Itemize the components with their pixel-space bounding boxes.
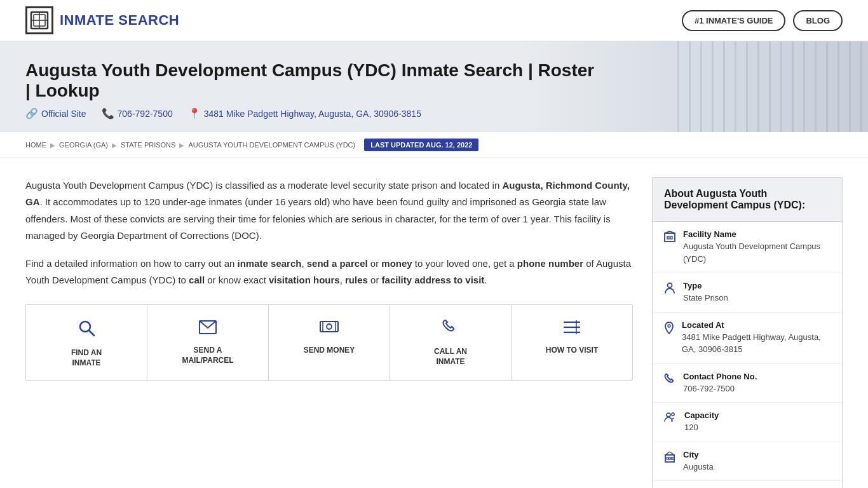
- breadcrumb-sep-3: ▶: [179, 142, 184, 149]
- logo-icon: [25, 6, 53, 34]
- call-inmate-label: CALL ANINMATE: [434, 346, 467, 368]
- sidebar-row-capacity: Capacity 120: [653, 403, 842, 442]
- how-to-visit-card[interactable]: HOW TO VISIT: [512, 305, 632, 381]
- logo-text: INMATE SEARCH: [60, 12, 179, 29]
- phone-number: 706-792-7500: [118, 109, 173, 119]
- description-para-2: Find a detailed information on how to ca…: [25, 255, 633, 289]
- main-layout: Augusta Youth Development Campus (YDC) i…: [0, 158, 868, 488]
- capacity-label: Capacity: [684, 410, 719, 420]
- svg-point-21: [668, 325, 670, 327]
- phone-icon: 📞: [102, 107, 114, 119]
- send-mail-card[interactable]: SEND AMAIL/PARCEL: [147, 305, 269, 381]
- type-value: State Prison: [683, 292, 728, 304]
- address-info: 📍 3481 Mike Padgett Highway, Augusta, GA…: [188, 107, 421, 119]
- svg-line-5: [89, 330, 94, 336]
- about-box: About Augusta Youth Development Campus (…: [652, 177, 843, 488]
- description-block: Augusta Youth Development Campus (YDC) i…: [25, 177, 633, 289]
- send-money-label: SEND MONEY: [304, 345, 355, 356]
- location-pin-icon: [664, 322, 674, 337]
- how-to-visit-label: HOW TO VISIT: [546, 345, 598, 356]
- page-title: Augusta Youth Development Campus (YDC) I…: [25, 60, 597, 101]
- facility-name-label: Facility Name: [683, 229, 831, 239]
- svg-point-22: [667, 413, 670, 417]
- send-parcel-link[interactable]: send a parcel: [307, 258, 368, 269]
- how-to-visit-icon: [564, 319, 580, 339]
- last-updated-badge: LAST UPDATED AUG. 12, 2022: [364, 139, 478, 151]
- find-inmate-label: FIND ANINMATE: [71, 348, 102, 369]
- hero-meta: 🔗 Official Site 📞 706-792-7500 📍 3481 Mi…: [25, 107, 843, 119]
- find-inmate-icon: [78, 319, 95, 341]
- rules-link[interactable]: rules: [345, 274, 368, 285]
- find-inmate-card[interactable]: FIND ANINMATE: [26, 305, 147, 381]
- facility-icon: [664, 231, 675, 245]
- svg-point-8: [327, 324, 332, 329]
- hero-banner: Augusta Youth Development Campus (YDC) I…: [0, 41, 868, 132]
- breadcrumb-current: AUGUSTA YOUTH DEVELOPMENT CAMPUS (YDC): [188, 141, 355, 149]
- sidebar-row-location: Located At 3481 Mike Padgett Highway, Au…: [653, 313, 842, 364]
- capacity-icon: [664, 412, 677, 425]
- sidebar-row-type: Type State Prison: [653, 273, 842, 313]
- send-mail-icon: [199, 319, 217, 339]
- blog-button[interactable]: BLOG: [793, 10, 843, 31]
- svg-rect-16: [667, 236, 669, 239]
- link-icon: 🔗: [25, 107, 38, 119]
- location-bold: Augusta, Richmond County, GA: [25, 180, 630, 207]
- left-content: Augusta Youth Development Campus (YDC) i…: [25, 177, 633, 488]
- location-value: 3481 Mike Padgett Highway, Augusta, GA, …: [682, 331, 831, 356]
- about-header: About Augusta Youth Development Campus (…: [653, 178, 842, 222]
- site-header: INMATE SEARCH #1 INMATE'S GUIDE BLOG: [0, 0, 868, 41]
- breadcrumb-home[interactable]: HOME: [25, 141, 46, 149]
- city-value: Augusta: [683, 461, 714, 473]
- sidebar-row-zip: ZIP Code 30906-3815: [653, 481, 842, 488]
- svg-rect-15: [665, 233, 675, 241]
- action-cards: FIND ANINMATE SEND AMAIL/PARCEL: [25, 304, 633, 381]
- breadcrumb-sep-1: ▶: [50, 142, 55, 149]
- sidebar-row-phone: Contact Phone No. 706-792-7500: [653, 364, 842, 403]
- capacity-value: 120: [684, 421, 719, 434]
- send-mail-label: SEND AMAIL/PARCEL: [182, 345, 233, 367]
- send-money-card[interactable]: SEND MONEY: [269, 305, 390, 381]
- facility-name-value: Augusta Youth Development Campus (YDC): [683, 240, 831, 265]
- city-icon: [664, 451, 675, 466]
- call-inmate-card[interactable]: CALL ANINMATE: [390, 305, 512, 381]
- facility-address: 3481 Mike Padgett Highway, Augusta, GA, …: [204, 109, 421, 119]
- send-money-icon: [320, 319, 339, 339]
- breadcrumb-georgia[interactable]: GEORGIA (GA): [59, 141, 108, 149]
- svg-rect-26: [669, 458, 671, 459]
- type-label: Type: [683, 281, 728, 290]
- sidebar-row-city: City Augusta: [653, 442, 842, 482]
- header-navigation: #1 INMATE'S GUIDE BLOG: [682, 10, 843, 31]
- breadcrumb: HOME ▶ GEORGIA (GA) ▶ STATE PRISONS ▶ AU…: [0, 132, 868, 158]
- official-site-link[interactable]: 🔗 Official Site: [25, 107, 86, 119]
- visitation-hours-link[interactable]: visitation hours: [269, 274, 340, 285]
- phone-label: Contact Phone No.: [683, 372, 757, 381]
- inmate-search-link[interactable]: inmate search: [238, 258, 302, 269]
- phone-value: 706-792-7500: [683, 383, 757, 395]
- svg-point-23: [672, 413, 674, 416]
- breadcrumb-state-prisons[interactable]: STATE PRISONS: [121, 141, 175, 149]
- svg-rect-17: [670, 236, 672, 239]
- location-label: Located At: [682, 320, 831, 330]
- description-para-1: Augusta Youth Development Campus (YDC) i…: [25, 177, 633, 244]
- money-link[interactable]: money: [381, 258, 412, 269]
- call-inmate-icon: [442, 319, 459, 340]
- sidebar-row-facility-name: Facility Name Augusta Youth Development …: [653, 222, 842, 273]
- location-icon: 📍: [188, 107, 201, 119]
- logo[interactable]: INMATE SEARCH: [25, 6, 179, 34]
- phone-number-link[interactable]: phone number: [517, 258, 583, 269]
- type-icon: [664, 282, 675, 297]
- svg-rect-27: [672, 458, 674, 459]
- sidebar-phone-icon: [664, 373, 675, 388]
- city-label: City: [683, 450, 714, 459]
- phone-info: 📞 706-792-7500: [102, 107, 173, 119]
- facility-address-link[interactable]: facility address to visit: [382, 274, 485, 285]
- inmate-guide-button[interactable]: #1 INMATE'S GUIDE: [682, 10, 785, 31]
- right-sidebar: About Augusta Youth Development Campus (…: [652, 177, 843, 488]
- svg-point-20: [668, 283, 672, 288]
- breadcrumb-sep-2: ▶: [112, 142, 117, 149]
- svg-rect-25: [667, 458, 668, 459]
- call-link[interactable]: call: [189, 274, 205, 285]
